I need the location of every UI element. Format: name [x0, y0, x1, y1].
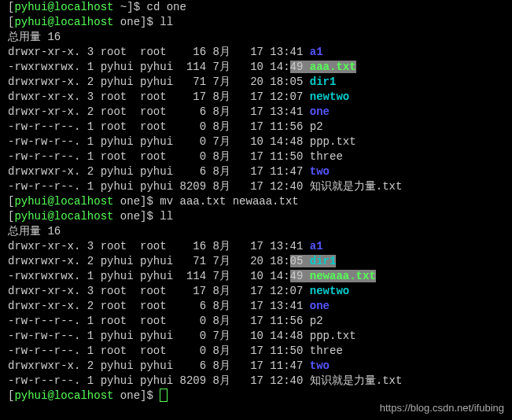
user: pyhui: [14, 195, 47, 208]
ls-row: drwxr-xr-x. 3 root root 17 8月 17 12:07 n…: [0, 284, 512, 299]
filename: two: [310, 165, 330, 178]
time-h: 12:: [270, 180, 289, 193]
size: 0: [179, 315, 206, 327]
time-m: 05: [290, 255, 304, 267]
command: cd one: [146, 1, 186, 13]
ls-row: -rw-r--r--. 1 root root 0 8月 17 11:56 p2: [0, 120, 512, 134]
at: @: [47, 210, 53, 223]
time-m: 56: [290, 120, 304, 133]
month: 8月: [213, 120, 238, 133]
group: root: [140, 46, 173, 58]
group: root: [140, 285, 173, 297]
time-m: 50: [290, 344, 304, 357]
month: 7月: [213, 76, 238, 88]
group: root: [140, 150, 173, 163]
owner: root: [101, 300, 134, 312]
owner: root: [101, 120, 134, 133]
size: 0: [179, 150, 206, 163]
dollar: $: [146, 389, 160, 402]
prompt-line[interactable]: [pyhui@localhost one]$ ll: [0, 15, 512, 30]
user: pyhui: [14, 210, 47, 223]
filename: three: [310, 344, 343, 357]
owner: root: [101, 240, 134, 252]
group: pyhui: [140, 61, 173, 73]
time-h: 12:: [270, 374, 289, 387]
prompt-line[interactable]: [pyhui@localhost one]$ ll: [0, 209, 512, 224]
time-h: 13:: [270, 46, 289, 58]
perm: drwxr-xr-x.: [8, 300, 80, 312]
perm: -rw-r--r--.: [8, 150, 80, 163]
filename: p2: [310, 120, 323, 133]
size: 16: [179, 240, 206, 252]
day: 17: [250, 285, 263, 297]
size: 8209: [179, 180, 206, 193]
filename: p2: [310, 315, 323, 327]
day: 17: [250, 150, 263, 163]
filename: newtwo: [310, 285, 349, 297]
time-m: 41: [290, 300, 304, 312]
day: 17: [250, 180, 263, 193]
owner: pyhui: [101, 374, 134, 387]
links: 2: [87, 255, 94, 267]
perm: -rw-rw-r--.: [8, 135, 80, 148]
command: ll: [160, 16, 173, 28]
at: @: [47, 1, 53, 13]
cursor: [160, 389, 168, 402]
links: 1: [87, 315, 94, 327]
month: 7月: [213, 61, 238, 73]
ls-row: -rw-rw-r--. 1 pyhui pyhui 0 7月 10 14:48 …: [0, 329, 512, 344]
perm: drwxrwxr-x.: [8, 359, 80, 372]
month: 7月: [213, 270, 238, 282]
time-h: 14:: [270, 270, 289, 282]
time-m: 41: [290, 240, 304, 252]
user: pyhui: [14, 16, 47, 28]
month: 8月: [213, 165, 238, 178]
time-m: 48: [290, 330, 304, 342]
time-m: 56: [290, 315, 304, 327]
group: root: [140, 315, 173, 327]
time-m: 41: [290, 46, 304, 58]
links: 3: [87, 46, 94, 58]
terminal-window[interactable]: [pyhui@localhost ~]$ cd one[pyhui@localh…: [0, 0, 512, 403]
size: 0: [179, 135, 206, 148]
perm: drwxr-xr-x.: [8, 285, 80, 297]
prompt-line[interactable]: [pyhui@localhost ~]$ cd one: [0, 0, 512, 15]
perm: drwxr-xr-x.: [8, 105, 80, 118]
time-h: 14:: [270, 61, 289, 73]
filename: a1: [310, 240, 323, 252]
perm: drwxrwxr-x.: [8, 165, 80, 178]
day: 17: [250, 315, 263, 327]
at: @: [47, 389, 53, 402]
prompt-line[interactable]: [pyhui@localhost one]$ mv aaa.txt newaaa…: [0, 194, 512, 209]
at: @: [47, 195, 53, 208]
day: 20: [250, 76, 263, 88]
day: 17: [250, 374, 263, 387]
links: 1: [87, 344, 94, 357]
time-h: 12:: [270, 285, 289, 297]
perm: -rw-r--r--.: [8, 374, 80, 387]
time-h: 11:: [270, 359, 289, 372]
ls-row: -rw-r--r--. 1 pyhui pyhui 8209 8月 17 12:…: [0, 374, 512, 389]
time-m: 49: [290, 61, 304, 73]
filename: two: [310, 359, 330, 372]
perm: drwxr-xr-x.: [8, 240, 80, 252]
perm: drwxrwxr-x.: [8, 255, 80, 267]
day: 10: [250, 135, 263, 148]
filename: ppp.txt: [310, 330, 356, 342]
time-m: 50: [290, 150, 304, 163]
links: 1: [87, 374, 94, 387]
links: 2: [87, 76, 94, 88]
links: 2: [87, 359, 94, 372]
ls-row: drwxr-xr-x. 2 root root 6 8月 17 13:41 on…: [0, 105, 512, 120]
size: 16: [179, 46, 206, 58]
group: pyhui: [140, 76, 173, 88]
size: 6: [179, 165, 206, 178]
time-h: 14:: [270, 135, 289, 148]
filename: three: [310, 150, 343, 163]
day: 17: [250, 105, 263, 118]
time-h: 13:: [270, 105, 289, 118]
ls-row: -rw-r--r--. 1 pyhui pyhui 8209 8月 17 12:…: [0, 179, 512, 194]
size: 6: [179, 300, 206, 312]
size: 0: [179, 330, 206, 342]
group: pyhui: [140, 330, 173, 342]
